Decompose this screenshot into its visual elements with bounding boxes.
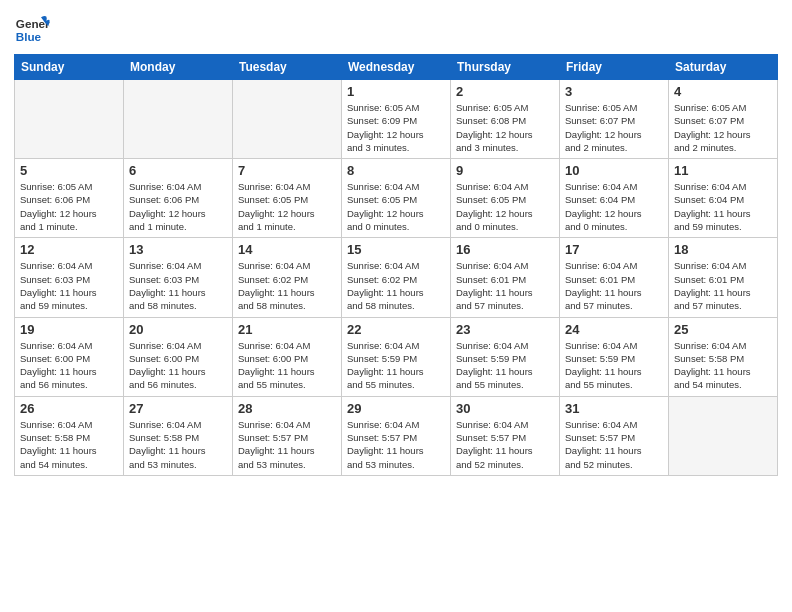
calendar-cell: 24Sunrise: 6:04 AM Sunset: 5:59 PM Dayli… <box>560 317 669 396</box>
day-number: 27 <box>129 401 227 416</box>
calendar-cell: 5Sunrise: 6:05 AM Sunset: 6:06 PM Daylig… <box>15 159 124 238</box>
day-info: Sunrise: 6:04 AM Sunset: 6:03 PM Dayligh… <box>129 259 227 312</box>
day-info: Sunrise: 6:04 AM Sunset: 6:04 PM Dayligh… <box>674 180 772 233</box>
day-info: Sunrise: 6:04 AM Sunset: 6:02 PM Dayligh… <box>347 259 445 312</box>
logo-icon: General Blue <box>14 10 50 46</box>
day-info: Sunrise: 6:04 AM Sunset: 5:57 PM Dayligh… <box>565 418 663 471</box>
day-number: 4 <box>674 84 772 99</box>
calendar-cell: 17Sunrise: 6:04 AM Sunset: 6:01 PM Dayli… <box>560 238 669 317</box>
day-number: 5 <box>20 163 118 178</box>
day-number: 16 <box>456 242 554 257</box>
calendar-cell: 9Sunrise: 6:04 AM Sunset: 6:05 PM Daylig… <box>451 159 560 238</box>
day-info: Sunrise: 6:04 AM Sunset: 6:05 PM Dayligh… <box>238 180 336 233</box>
calendar-cell: 16Sunrise: 6:04 AM Sunset: 6:01 PM Dayli… <box>451 238 560 317</box>
day-number: 12 <box>20 242 118 257</box>
calendar-cell: 29Sunrise: 6:04 AM Sunset: 5:57 PM Dayli… <box>342 396 451 475</box>
day-info: Sunrise: 6:05 AM Sunset: 6:08 PM Dayligh… <box>456 101 554 154</box>
day-info: Sunrise: 6:04 AM Sunset: 5:59 PM Dayligh… <box>565 339 663 392</box>
calendar-cell: 25Sunrise: 6:04 AM Sunset: 5:58 PM Dayli… <box>669 317 778 396</box>
day-number: 26 <box>20 401 118 416</box>
day-number: 28 <box>238 401 336 416</box>
day-info: Sunrise: 6:04 AM Sunset: 6:05 PM Dayligh… <box>347 180 445 233</box>
day-number: 29 <box>347 401 445 416</box>
calendar-cell: 10Sunrise: 6:04 AM Sunset: 6:04 PM Dayli… <box>560 159 669 238</box>
calendar-cell: 22Sunrise: 6:04 AM Sunset: 5:59 PM Dayli… <box>342 317 451 396</box>
day-number: 6 <box>129 163 227 178</box>
day-number: 1 <box>347 84 445 99</box>
calendar-cell: 6Sunrise: 6:04 AM Sunset: 6:06 PM Daylig… <box>124 159 233 238</box>
day-number: 24 <box>565 322 663 337</box>
day-info: Sunrise: 6:04 AM Sunset: 6:04 PM Dayligh… <box>565 180 663 233</box>
weekday-header-friday: Friday <box>560 55 669 80</box>
calendar-cell: 28Sunrise: 6:04 AM Sunset: 5:57 PM Dayli… <box>233 396 342 475</box>
week-row-0: 1Sunrise: 6:05 AM Sunset: 6:09 PM Daylig… <box>15 80 778 159</box>
day-info: Sunrise: 6:04 AM Sunset: 6:01 PM Dayligh… <box>456 259 554 312</box>
day-info: Sunrise: 6:05 AM Sunset: 6:07 PM Dayligh… <box>674 101 772 154</box>
day-number: 3 <box>565 84 663 99</box>
day-info: Sunrise: 6:04 AM Sunset: 5:59 PM Dayligh… <box>347 339 445 392</box>
calendar-cell: 20Sunrise: 6:04 AM Sunset: 6:00 PM Dayli… <box>124 317 233 396</box>
day-info: Sunrise: 6:04 AM Sunset: 5:58 PM Dayligh… <box>20 418 118 471</box>
calendar-cell: 3Sunrise: 6:05 AM Sunset: 6:07 PM Daylig… <box>560 80 669 159</box>
weekday-header-monday: Monday <box>124 55 233 80</box>
calendar-cell: 15Sunrise: 6:04 AM Sunset: 6:02 PM Dayli… <box>342 238 451 317</box>
day-number: 14 <box>238 242 336 257</box>
calendar-cell: 12Sunrise: 6:04 AM Sunset: 6:03 PM Dayli… <box>15 238 124 317</box>
weekday-header-tuesday: Tuesday <box>233 55 342 80</box>
day-number: 10 <box>565 163 663 178</box>
svg-text:Blue: Blue <box>16 30 42 43</box>
calendar-cell <box>233 80 342 159</box>
day-info: Sunrise: 6:04 AM Sunset: 6:01 PM Dayligh… <box>674 259 772 312</box>
calendar-cell: 14Sunrise: 6:04 AM Sunset: 6:02 PM Dayli… <box>233 238 342 317</box>
calendar-cell: 23Sunrise: 6:04 AM Sunset: 5:59 PM Dayli… <box>451 317 560 396</box>
day-number: 17 <box>565 242 663 257</box>
day-info: Sunrise: 6:04 AM Sunset: 6:00 PM Dayligh… <box>20 339 118 392</box>
calendar-cell: 19Sunrise: 6:04 AM Sunset: 6:00 PM Dayli… <box>15 317 124 396</box>
weekday-header-row: SundayMondayTuesdayWednesdayThursdayFrid… <box>15 55 778 80</box>
calendar-cell <box>124 80 233 159</box>
calendar-cell: 21Sunrise: 6:04 AM Sunset: 6:00 PM Dayli… <box>233 317 342 396</box>
day-info: Sunrise: 6:04 AM Sunset: 5:57 PM Dayligh… <box>238 418 336 471</box>
day-number: 31 <box>565 401 663 416</box>
day-info: Sunrise: 6:04 AM Sunset: 6:01 PM Dayligh… <box>565 259 663 312</box>
weekday-header-saturday: Saturday <box>669 55 778 80</box>
week-row-2: 12Sunrise: 6:04 AM Sunset: 6:03 PM Dayli… <box>15 238 778 317</box>
day-info: Sunrise: 6:05 AM Sunset: 6:07 PM Dayligh… <box>565 101 663 154</box>
calendar-cell: 13Sunrise: 6:04 AM Sunset: 6:03 PM Dayli… <box>124 238 233 317</box>
calendar-cell: 8Sunrise: 6:04 AM Sunset: 6:05 PM Daylig… <box>342 159 451 238</box>
day-info: Sunrise: 6:04 AM Sunset: 6:02 PM Dayligh… <box>238 259 336 312</box>
calendar-cell: 31Sunrise: 6:04 AM Sunset: 5:57 PM Dayli… <box>560 396 669 475</box>
day-info: Sunrise: 6:04 AM Sunset: 6:05 PM Dayligh… <box>456 180 554 233</box>
day-number: 30 <box>456 401 554 416</box>
calendar-cell: 1Sunrise: 6:05 AM Sunset: 6:09 PM Daylig… <box>342 80 451 159</box>
logo: General Blue <box>14 10 50 46</box>
calendar-cell: 11Sunrise: 6:04 AM Sunset: 6:04 PM Dayli… <box>669 159 778 238</box>
day-number: 20 <box>129 322 227 337</box>
day-number: 19 <box>20 322 118 337</box>
calendar-cell: 18Sunrise: 6:04 AM Sunset: 6:01 PM Dayli… <box>669 238 778 317</box>
day-number: 8 <box>347 163 445 178</box>
day-number: 22 <box>347 322 445 337</box>
day-number: 7 <box>238 163 336 178</box>
week-row-4: 26Sunrise: 6:04 AM Sunset: 5:58 PM Dayli… <box>15 396 778 475</box>
day-number: 18 <box>674 242 772 257</box>
day-info: Sunrise: 6:04 AM Sunset: 6:03 PM Dayligh… <box>20 259 118 312</box>
day-info: Sunrise: 6:04 AM Sunset: 5:59 PM Dayligh… <box>456 339 554 392</box>
calendar: SundayMondayTuesdayWednesdayThursdayFrid… <box>14 54 778 476</box>
day-number: 13 <box>129 242 227 257</box>
calendar-cell: 30Sunrise: 6:04 AM Sunset: 5:57 PM Dayli… <box>451 396 560 475</box>
day-info: Sunrise: 6:04 AM Sunset: 5:57 PM Dayligh… <box>347 418 445 471</box>
day-info: Sunrise: 6:05 AM Sunset: 6:06 PM Dayligh… <box>20 180 118 233</box>
header: General Blue <box>14 10 778 46</box>
week-row-1: 5Sunrise: 6:05 AM Sunset: 6:06 PM Daylig… <box>15 159 778 238</box>
calendar-cell <box>669 396 778 475</box>
page: General Blue SundayMondayTuesdayWednesda… <box>0 0 792 612</box>
day-number: 21 <box>238 322 336 337</box>
weekday-header-thursday: Thursday <box>451 55 560 80</box>
calendar-cell: 2Sunrise: 6:05 AM Sunset: 6:08 PM Daylig… <box>451 80 560 159</box>
calendar-cell: 4Sunrise: 6:05 AM Sunset: 6:07 PM Daylig… <box>669 80 778 159</box>
calendar-cell <box>15 80 124 159</box>
day-number: 11 <box>674 163 772 178</box>
calendar-cell: 27Sunrise: 6:04 AM Sunset: 5:58 PM Dayli… <box>124 396 233 475</box>
day-number: 25 <box>674 322 772 337</box>
